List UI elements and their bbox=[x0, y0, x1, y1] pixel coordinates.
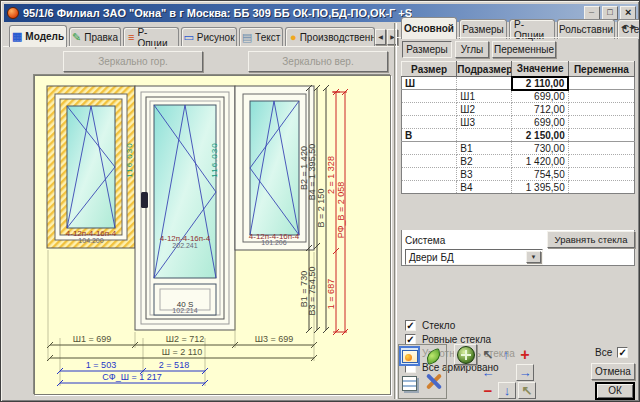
tab-text[interactable]: Текст bbox=[239, 27, 283, 47]
table-row[interactable]: В2 1 420,00 bbox=[402, 155, 635, 168]
table-row[interactable]: В1 730,00 bbox=[402, 142, 635, 155]
table-row[interactable]: В3 754,50 bbox=[402, 168, 635, 181]
tab-model-label: Модель bbox=[25, 31, 64, 42]
glass-checkbox-label: Стекло bbox=[422, 320, 455, 331]
tab-scroll-left-button[interactable] bbox=[375, 29, 386, 45]
tab-main[interactable]: Основной bbox=[401, 17, 457, 39]
tab-edit[interactable]: Правка bbox=[69, 27, 121, 47]
system-select[interactable]: Двери БД bbox=[405, 249, 543, 265]
dim-v3-label: В3 = 754,50 bbox=[307, 267, 317, 316]
arrow-left-icon bbox=[482, 365, 495, 380]
dim-r1-label: 1 = 687 bbox=[326, 279, 336, 309]
remove-button[interactable] bbox=[479, 382, 497, 399]
eco-window-button[interactable] bbox=[422, 346, 444, 366]
main-tab-bar: Модель Правка Р-Опции Рисунок Текст Прои… bbox=[7, 25, 393, 47]
cancel-button[interactable]: Отмена bbox=[591, 363, 635, 380]
tab-r-options-right[interactable]: Р-Опции bbox=[509, 19, 555, 39]
header-size[interactable]: Размер bbox=[402, 62, 457, 77]
list-icon bbox=[128, 32, 134, 43]
picture-icon bbox=[402, 350, 418, 363]
sub-button-angles[interactable]: Углы bbox=[455, 41, 489, 58]
right-mullion-code: 116.030 bbox=[210, 142, 219, 177]
move-down-button[interactable] bbox=[498, 382, 516, 399]
maximize-icon bbox=[607, 7, 612, 17]
corner-arrow-icon bbox=[522, 383, 533, 398]
select-cursor-button[interactable] bbox=[479, 346, 497, 363]
balcony-door[interactable] bbox=[135, 86, 235, 330]
scroll-left-icon bbox=[378, 34, 383, 40]
table-row[interactable]: В4 1 395,50 bbox=[402, 181, 635, 194]
minus-icon bbox=[484, 382, 493, 399]
tab-r-options[interactable]: Р-Опции bbox=[123, 27, 179, 47]
header-variable[interactable]: Переменна bbox=[568, 62, 634, 77]
drawing-scene: 4-12п-4-16п-4 104.200 4-12п-4-16п-4 202.… bbox=[35, 80, 392, 396]
tab-production-label: Производственны bbox=[300, 32, 375, 43]
even-glass-checkbox[interactable]: ✓ bbox=[405, 334, 416, 345]
system-select-arrow-button[interactable] bbox=[526, 251, 541, 263]
tab-sizes[interactable]: Размеры bbox=[459, 19, 507, 39]
pencil-icon bbox=[72, 32, 81, 43]
tab-production[interactable]: Производственны bbox=[285, 27, 375, 47]
mirror-vertical-button[interactable]: Зеркально вер. bbox=[248, 51, 388, 72]
dim-s1-label: 1 = 503 bbox=[86, 360, 116, 370]
tab-main-label: Основной bbox=[404, 23, 454, 34]
equalize-glass-button[interactable]: Уравнять стекла bbox=[547, 231, 635, 248]
left-mullion-code: 116.030 bbox=[125, 142, 134, 177]
dim-s2-label: 2 = 518 bbox=[159, 360, 189, 370]
tab-picture[interactable]: Рисунок bbox=[181, 27, 237, 47]
add-button[interactable] bbox=[516, 346, 534, 363]
tab-model[interactable]: Модель bbox=[9, 25, 67, 47]
drawing-icon bbox=[183, 32, 193, 43]
tab-picture-label: Рисунок bbox=[197, 32, 235, 43]
dim-rf-label: РФ_В = 2 058 bbox=[336, 182, 346, 239]
left-window[interactable] bbox=[47, 86, 135, 248]
table-row[interactable]: Ш1 699,00 bbox=[402, 90, 635, 103]
door-panel-code: 102.214 bbox=[172, 308, 197, 314]
app-icon bbox=[7, 7, 19, 19]
tab-shutters[interactable]: Рольставни bbox=[557, 19, 615, 39]
cursor-icon bbox=[483, 347, 494, 362]
header-value[interactable]: Значение bbox=[512, 62, 568, 77]
door-handle bbox=[141, 192, 148, 208]
table-row[interactable]: Ш 2 110,00 bbox=[402, 77, 635, 90]
right-glass-code: 101.206 bbox=[261, 240, 286, 246]
leaf-icon bbox=[424, 348, 442, 365]
table-row[interactable]: Ш2 712,00 bbox=[402, 103, 635, 116]
round-window-button[interactable] bbox=[454, 344, 477, 365]
move-left-button[interactable] bbox=[479, 364, 497, 381]
move-right-button[interactable] bbox=[516, 364, 534, 381]
view-mode-button[interactable] bbox=[399, 346, 420, 366]
table-row[interactable]: В 2 150,00 bbox=[402, 129, 635, 142]
header-subsize[interactable]: Подразмер bbox=[457, 62, 512, 77]
right-tabs-scroll-right-icon[interactable] bbox=[631, 23, 636, 31]
arrow-right-icon bbox=[519, 365, 532, 380]
right-tabs-scroll-left-icon[interactable] bbox=[621, 23, 626, 31]
glass-checkbox[interactable]: ✓ bbox=[405, 320, 416, 331]
crossed-tools-icon bbox=[425, 373, 443, 391]
dimensions-table[interactable]: Размер Подразмер Значение Переменна Ш 2 … bbox=[401, 61, 635, 194]
all-checkbox-row[interactable]: Все ✓ bbox=[595, 347, 628, 358]
sub-button-sizes[interactable]: Размеры bbox=[402, 41, 452, 58]
checkbox-glass[interactable]: ✓ Стекло bbox=[405, 319, 455, 331]
tools-button[interactable] bbox=[422, 370, 446, 394]
mirror-horizontal-button[interactable]: Зеркально гор. bbox=[63, 51, 203, 72]
dim-r2-label: 2 = 1 328 bbox=[326, 156, 336, 194]
drawing-canvas[interactable]: 4-12п-4-16п-4 104.200 4-12п-4-16п-4 202.… bbox=[34, 75, 391, 395]
dim-sf-label: СФ_Ш = 1 217 bbox=[102, 372, 161, 382]
dim-sh-label: Ш = 2 110 bbox=[162, 347, 202, 357]
door-glass-code: 202.241 bbox=[172, 243, 197, 249]
model-grid-icon bbox=[12, 31, 22, 42]
move-up-button[interactable] bbox=[497, 346, 515, 363]
sheets-button[interactable] bbox=[399, 372, 420, 394]
sub-button-variables[interactable]: Переменные bbox=[492, 41, 556, 58]
system-label: Система bbox=[405, 235, 445, 246]
diagonal-move-button[interactable] bbox=[518, 382, 536, 399]
tab-edit-label: Правка bbox=[84, 32, 118, 43]
table-row[interactable]: Ш3 699,00 bbox=[402, 116, 635, 129]
arrow-up-icon bbox=[503, 347, 510, 362]
all-checkbox[interactable]: ✓ bbox=[617, 347, 628, 358]
round-window-icon bbox=[457, 346, 475, 364]
tab-text-label: Текст bbox=[255, 32, 280, 43]
minimize-icon bbox=[589, 4, 594, 14]
ok-button[interactable]: ОК bbox=[595, 382, 635, 400]
